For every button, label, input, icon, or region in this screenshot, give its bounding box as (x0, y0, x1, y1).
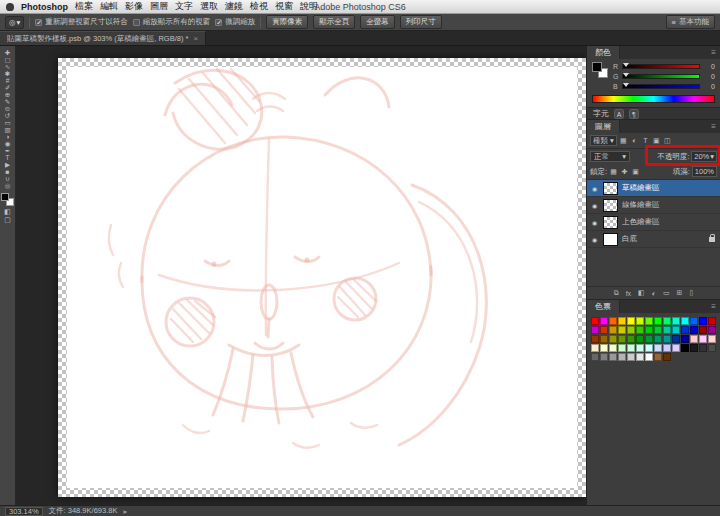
document-tab[interactable]: 貼圖草稿製作樣板.psb @ 303% (草稿繪畫區, RGB/8) * × (0, 31, 206, 45)
color-spectrum-ramp[interactable] (592, 95, 715, 103)
color-swatch[interactable] (672, 317, 680, 325)
layer-row-draft[interactable]: ◉ 草稿繪畫區 (587, 180, 720, 197)
menu-view[interactable]: 檢視 (250, 0, 268, 13)
color-swatch[interactable] (681, 335, 689, 343)
fit-screen-button[interactable]: 顯示全頁 (313, 15, 355, 29)
color-swatch[interactable] (591, 353, 599, 361)
blue-slider[interactable] (622, 84, 700, 89)
color-swatch[interactable] (672, 344, 680, 352)
color-swatch[interactable] (636, 317, 644, 325)
link-layers-icon[interactable]: ⧉ (614, 289, 619, 297)
status-options-arrow[interactable]: ▸ (123, 507, 127, 516)
fill-field[interactable]: 100% (692, 166, 717, 177)
color-swatch[interactable] (609, 335, 617, 343)
green-slider[interactable] (622, 74, 700, 79)
tab-swatches[interactable]: 色票 (587, 300, 620, 313)
document-canvas[interactable] (58, 58, 586, 497)
type-tool[interactable]: T (1, 154, 14, 161)
menu-type[interactable]: 文字 (175, 0, 193, 13)
layer-thumbnail[interactable] (603, 182, 618, 195)
scrubby-zoom-checkbox[interactable]: ✓ 微調縮放 (215, 17, 255, 27)
color-swatch[interactable] (681, 326, 689, 334)
color-swatch[interactable] (645, 353, 653, 361)
color-swatch[interactable] (654, 344, 662, 352)
green-value[interactable]: 0 (703, 73, 715, 80)
delete-layer-icon[interactable]: ▯ (689, 289, 693, 297)
filter-pixel-layers-icon[interactable]: ▦ (619, 137, 628, 145)
zoom-tool[interactable]: ◎ (1, 182, 14, 189)
color-swatch[interactable] (636, 344, 644, 352)
panel-menu-icon[interactable]: ≡ (711, 122, 720, 131)
color-swatch[interactable] (609, 344, 617, 352)
marquee-tool[interactable]: ▢ (1, 56, 14, 63)
new-group-icon[interactable]: ▭ (663, 289, 670, 297)
color-swatch[interactable] (654, 326, 662, 334)
quick-mask-button[interactable]: ◧ (1, 208, 14, 216)
opacity-field[interactable]: 20% ▾ (691, 151, 717, 162)
eyedropper-tool[interactable]: ✐ (1, 84, 14, 91)
fill-control[interactable]: 填滿: 100% (673, 166, 717, 177)
color-swatch[interactable] (681, 344, 689, 352)
character-panel-icon[interactable]: A (614, 109, 624, 119)
color-swatch[interactable] (627, 326, 635, 334)
filter-type-layers-icon[interactable]: T (641, 137, 650, 144)
color-swatch[interactable] (699, 317, 707, 325)
layer-effects-icon[interactable]: fx (626, 290, 631, 297)
clone-stamp-tool[interactable]: ⊙ (1, 105, 14, 112)
menu-filter[interactable]: 濾鏡 (225, 0, 243, 13)
slider-thumb[interactable] (623, 73, 629, 77)
color-swatch[interactable] (618, 353, 626, 361)
dodge-tool[interactable]: ◉ (1, 140, 14, 147)
color-swatch[interactable] (708, 344, 716, 352)
tab-color[interactable]: 顏色 (587, 46, 620, 59)
color-swatch[interactable] (591, 344, 599, 352)
path-selection-tool[interactable]: ▶ (1, 161, 14, 168)
lock-transparency-icon[interactable]: ▦ (609, 168, 618, 176)
color-swatch[interactable] (699, 344, 707, 352)
color-swatch[interactable] (618, 326, 626, 334)
color-swatch[interactable] (618, 335, 626, 343)
visibility-eye-icon[interactable]: ◉ (590, 185, 599, 192)
menu-edit[interactable]: 編輯 (100, 0, 118, 13)
apple-icon[interactable] (6, 3, 14, 11)
color-swatch[interactable] (600, 326, 608, 334)
color-swatch[interactable] (591, 326, 599, 334)
color-swatch[interactable] (672, 335, 680, 343)
crop-tool[interactable]: # (1, 77, 14, 84)
visibility-eye-icon[interactable]: ◉ (590, 236, 599, 243)
color-swatch[interactable] (690, 326, 698, 334)
color-swatch[interactable] (600, 344, 608, 352)
opacity-control[interactable]: 不透明度: 20% ▾ (657, 151, 717, 162)
visibility-eye-icon[interactable]: ◉ (590, 219, 599, 226)
filter-shape-layers-icon[interactable]: ▣ (652, 137, 661, 145)
gradient-tool[interactable]: ▥ (1, 126, 14, 133)
quick-selection-tool[interactable]: ✱ (1, 70, 14, 77)
color-swatch[interactable] (618, 317, 626, 325)
panel-menu-icon[interactable]: ≡ (711, 48, 720, 57)
color-swatch[interactable] (663, 353, 671, 361)
color-swatch[interactable] (636, 353, 644, 361)
paragraph-panel-icon[interactable]: ¶ (629, 109, 639, 119)
color-swatch[interactable] (600, 335, 608, 343)
layer-filter-kind-select[interactable]: 種類 ▾ (590, 135, 617, 146)
close-icon[interactable]: × (193, 34, 198, 43)
menu-select[interactable]: 選取 (200, 0, 218, 13)
foreground-color-swatch[interactable] (1, 193, 9, 201)
slider-thumb[interactable] (623, 83, 629, 87)
color-swatch[interactable] (663, 335, 671, 343)
blue-value[interactable]: 0 (703, 83, 715, 90)
print-size-button[interactable]: 列印尺寸 (400, 15, 442, 29)
color-swatch[interactable] (645, 326, 653, 334)
color-swatch[interactable] (645, 344, 653, 352)
color-panel-fgbg-swatch[interactable] (592, 62, 608, 78)
color-swatch[interactable] (699, 326, 707, 334)
canvas-area[interactable] (16, 46, 586, 505)
color-swatch[interactable] (708, 335, 716, 343)
color-swatch[interactable] (708, 317, 716, 325)
panel-menu-icon[interactable]: ≡ (711, 302, 720, 311)
shape-tool[interactable]: ■ (1, 168, 14, 175)
menu-image[interactable]: 影像 (125, 0, 143, 13)
lasso-tool[interactable]: ∿ (1, 63, 14, 70)
color-swatch[interactable] (654, 317, 662, 325)
color-swatch[interactable] (663, 317, 671, 325)
